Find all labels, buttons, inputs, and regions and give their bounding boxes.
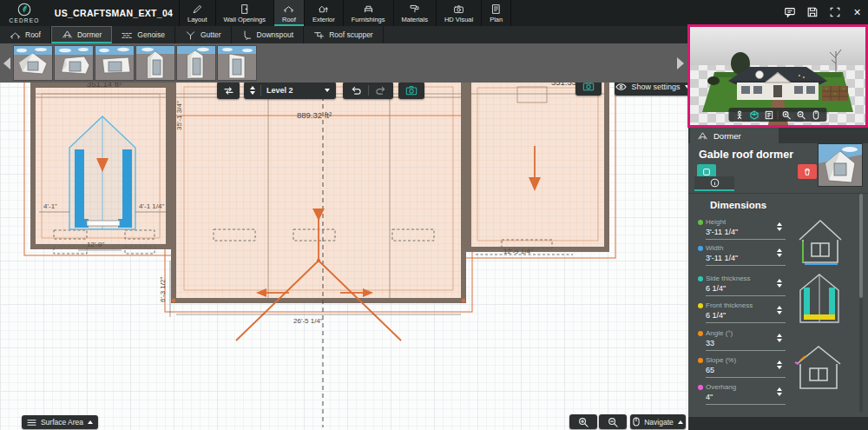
dormer-type-title: Gable roof dormer (699, 149, 793, 161)
navigate-button[interactable]: Navigate (630, 414, 686, 429)
tool-genoise[interactable]: Genoise (112, 26, 175, 43)
roof-icon (10, 30, 21, 40)
tab-wall-openings[interactable]: Wall Openings (215, 0, 274, 26)
panel-footer-strip (688, 417, 868, 430)
zoom-out-button[interactable] (599, 414, 627, 429)
height-color-dot (698, 220, 703, 225)
undo-redo-group (343, 82, 393, 99)
close-button[interactable]: × (850, 4, 865, 19)
blueprint-icon (490, 3, 502, 15)
dormer-type-wall-tall-thumb[interactable] (177, 46, 215, 80)
overhang-input[interactable]: 4" (706, 393, 786, 405)
level-selector-dropdown[interactable]: Level 2 (244, 82, 336, 99)
panel-tab-dormer[interactable]: Dormer (690, 126, 779, 143)
show-settings-label: Show settings (631, 83, 680, 91)
feedback-button[interactable] (782, 4, 797, 19)
field-angle: Angle (°) 33 (706, 329, 786, 351)
tab-exterior[interactable]: Exterior (304, 0, 343, 26)
overhang-stepper[interactable] (777, 387, 782, 396)
field-height: Height 3'-11 1/4" (706, 218, 786, 240)
tool-roof[interactable]: Roof (0, 26, 51, 43)
panel-tab-info[interactable] (694, 176, 734, 191)
dim-right-width: 12'-9 1/4" (503, 248, 533, 255)
tab-materials[interactable]: Materials (393, 0, 436, 26)
sync-levels-button[interactable] (217, 82, 240, 99)
strip-scroll-left-button[interactable] (0, 43, 14, 83)
chevron-up-icon (88, 420, 93, 424)
walkthrough-button[interactable] (733, 109, 746, 120)
tab-hd-visual[interactable]: HD Visual (436, 0, 481, 26)
tool-downspout[interactable]: Downspout (232, 26, 305, 43)
preview-zoom-in-button[interactable] (780, 109, 793, 120)
front-thickness-color-dot (698, 303, 703, 308)
tab-layout[interactable]: Layout (179, 0, 215, 26)
chevron-up-icon (678, 420, 683, 424)
width-stepper[interactable] (777, 248, 782, 257)
field-overhang: Overhang 4" (706, 383, 786, 405)
side-thickness-stepper[interactable] (777, 279, 782, 288)
height-input[interactable]: 3'-11 1/4" (706, 228, 786, 240)
top-bar: CEDREO US_CRAFTSMAN_EXT_04 Layout Wall O… (0, 0, 868, 26)
dormer-type-gable-thumb[interactable] (14, 46, 52, 80)
tool-roof-scupper[interactable]: Roof scupper (304, 26, 384, 43)
undo-button[interactable] (351, 86, 362, 96)
side-thickness-color-dot (698, 276, 703, 281)
height-stepper[interactable] (777, 222, 782, 231)
field-side-thickness: Side thickness 6 1/4" (706, 275, 786, 296)
side-thickness-input[interactable]: 6 1/4" (706, 284, 786, 296)
zoom-in-button[interactable] (569, 414, 597, 429)
pencil-icon (192, 3, 203, 15)
sync-icon (223, 86, 234, 96)
main-menu: Layout Wall Openings Roof Exterior Furni… (179, 0, 511, 26)
width-input[interactable]: 3'-11 1/4" (706, 254, 786, 266)
zoom-out-icon (608, 417, 618, 427)
roof-section-right (469, 79, 607, 249)
fullscreen-button[interactable] (827, 4, 842, 19)
panel-scrollbar (859, 194, 863, 413)
dormer-type-wall-flat-thumb[interactable] (218, 46, 256, 80)
roof-icon (283, 3, 294, 15)
house-tree-icon (318, 3, 329, 15)
preview-3d-viewport[interactable] (687, 24, 868, 128)
app-window: 351.14 ft² 889.32 ft² 351.33 ft² 4'-1" 4… (0, 0, 868, 430)
front-thickness-stepper[interactable] (777, 306, 782, 314)
view-2d-button[interactable] (763, 109, 776, 120)
preview-navigate-button[interactable] (810, 109, 823, 120)
camera-icon (405, 85, 418, 96)
width-color-dot (698, 246, 703, 251)
tab-furnishings[interactable]: Furnishings (343, 0, 393, 26)
navigate-label: Navigate (644, 418, 674, 427)
dormer-type-flat-thumb[interactable] (95, 46, 134, 80)
tab-plan[interactable]: Plan (481, 0, 511, 26)
surface-area-button[interactable]: Surface Area (22, 415, 98, 429)
view-3d-button[interactable] (748, 109, 761, 120)
dormer-type-wall-gable-thumb[interactable] (136, 46, 174, 80)
preview-zoom-out-button[interactable] (795, 109, 808, 120)
tool-dormer[interactable]: Dormer (51, 26, 112, 43)
capture-roof-center-button[interactable] (398, 82, 424, 99)
dormer-icon (62, 30, 73, 39)
delete-dormer-button[interactable] (798, 164, 817, 179)
tool-gutter[interactable]: Gutter (175, 26, 232, 43)
preview-toolbar (729, 108, 827, 122)
mouse-icon (812, 110, 821, 120)
roof-toolbar: Roof Dormer Genoise Gutter Downspout Roo… (0, 26, 690, 43)
save-button[interactable] (805, 4, 819, 19)
slope-input[interactable]: 65 (706, 366, 786, 378)
front-thickness-input[interactable]: 6 1/4" (706, 311, 786, 323)
angle-stepper[interactable] (777, 334, 782, 342)
height-width-diagram (792, 215, 848, 269)
dormer-preview-thumbnail[interactable] (819, 144, 862, 186)
strip-scroll-right-button[interactable] (674, 43, 687, 83)
sofa-icon (363, 3, 374, 15)
angle-input[interactable]: 33 (706, 339, 786, 351)
slope-stepper[interactable] (777, 361, 782, 369)
panel-scrollbar-thumb[interactable] (859, 194, 863, 298)
dormer-type-hip-thumb[interactable] (55, 46, 93, 80)
tab-roof[interactable]: Roof (273, 0, 304, 26)
area-label-center: 889.32 ft² (297, 110, 332, 120)
save-icon (806, 6, 819, 18)
level-stepper[interactable] (250, 86, 255, 95)
cedreo-logo[interactable]: CEDREO (0, 0, 49, 26)
redo-button[interactable] (375, 86, 386, 96)
